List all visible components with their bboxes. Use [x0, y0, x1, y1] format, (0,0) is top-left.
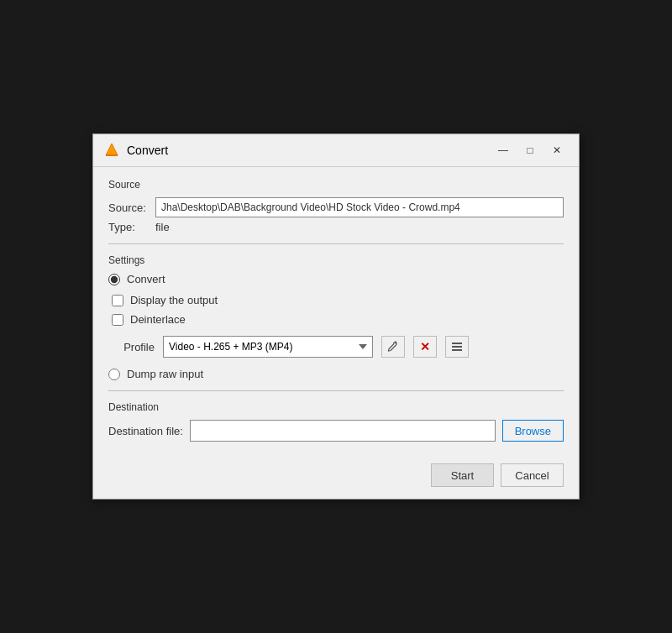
destination-section: Destination Destination file: Browse — [108, 401, 564, 442]
source-section: Source Source: Type: file — [108, 179, 564, 233]
browse-button[interactable]: Browse — [502, 420, 564, 442]
dest-file-input[interactable] — [190, 420, 496, 442]
close-button[interactable]: ✕ — [545, 141, 569, 160]
dest-file-label: Destination file: — [108, 425, 183, 437]
deinterlace-checkbox[interactable] — [112, 314, 123, 326]
source-field-row: Source: — [108, 197, 564, 217]
type-label: Type: — [108, 221, 150, 233]
profile-delete-button[interactable]: ✕ — [413, 336, 437, 358]
svg-rect-6 — [452, 349, 462, 351]
dump-raw-row: Dump raw input — [108, 368, 564, 380]
dump-raw-radio[interactable] — [108, 369, 120, 380]
destination-section-label: Destination — [108, 401, 564, 413]
footer: Start Cancel — [93, 453, 579, 499]
window-controls: — □ ✕ — [491, 141, 569, 160]
minimize-button[interactable]: — — [491, 141, 515, 160]
profile-label: Profile — [108, 341, 155, 353]
profile-row: Profile Video - H.265 + MP3 (MP4) Video … — [108, 336, 564, 358]
dest-file-row: Destination file: Browse — [108, 420, 564, 442]
settings-section-label: Settings — [108, 254, 564, 266]
deinterlace-label: Deinterlace — [130, 313, 186, 326]
deinterlace-row: Deinterlace — [112, 313, 564, 326]
source-label: Source: — [108, 201, 150, 214]
profile-select[interactable]: Video - H.265 + MP3 (MP4) Video - H.264 … — [163, 336, 373, 358]
profile-list-button[interactable] — [445, 336, 469, 358]
convert-radio-row: Convert — [108, 273, 564, 285]
settings-section: Settings Convert Display the output Dein… — [108, 254, 564, 380]
type-value: file — [155, 221, 170, 233]
wrench-icon — [387, 341, 399, 353]
svg-rect-4 — [452, 343, 462, 344]
display-output-checkbox[interactable] — [112, 295, 123, 306]
start-button[interactable]: Start — [431, 463, 494, 487]
convert-radio[interactable] — [108, 274, 120, 285]
svg-rect-5 — [452, 346, 462, 348]
title-bar: Convert — □ ✕ — [93, 134, 579, 167]
delete-x-icon: ✕ — [420, 340, 430, 353]
convert-radio-label: Convert — [127, 273, 165, 285]
profile-edit-button[interactable] — [381, 336, 405, 358]
vlc-icon — [103, 142, 120, 159]
svg-point-3 — [395, 343, 396, 344]
window-title: Convert — [127, 144, 485, 157]
source-input[interactable] — [155, 197, 564, 217]
display-output-row: Display the output — [112, 294, 564, 306]
cancel-button[interactable]: Cancel — [501, 463, 564, 487]
dump-raw-label: Dump raw input — [127, 368, 203, 380]
display-output-label: Display the output — [130, 294, 218, 306]
list-icon — [451, 341, 463, 353]
maximize-button[interactable]: □ — [518, 141, 542, 160]
type-field-row: Type: file — [108, 221, 564, 233]
source-section-label: Source — [108, 179, 564, 191]
destination-divider — [108, 390, 564, 391]
dialog-content: Source Source: Type: file Settings Conve… — [93, 167, 579, 453]
convert-window: Convert — □ ✕ Source Source: Type: file … — [92, 133, 580, 500]
source-divider — [108, 243, 564, 244]
